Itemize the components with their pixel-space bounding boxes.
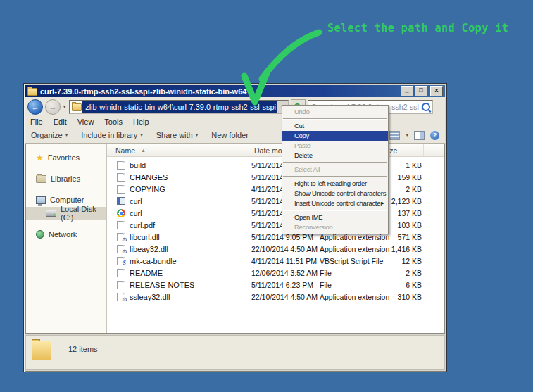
file-row[interactable]: CHANGES5/11/2014159 KB <box>107 171 444 183</box>
file-name: ssleay32.dll <box>130 293 170 301</box>
file-type: Application extension <box>320 245 380 253</box>
column-header-blank <box>424 144 444 156</box>
window-title: curl-7.39.0-rtmp-ssh2-ssl-sspi-zlib-wini… <box>40 87 398 96</box>
menu-help[interactable]: Help <box>133 118 149 126</box>
toolbar-button-label: Share with <box>156 131 193 139</box>
navigation-pane: ★FavoritesLibrariesComputerLocal Disk (C… <box>26 144 107 333</box>
address-field[interactable]: -zlib-winidn-static-bin-w64\curl-7.39.0-… <box>69 100 289 114</box>
sidebar-item-label: Favorites <box>48 153 80 162</box>
file-size: 12 KB <box>380 257 424 265</box>
context-menu: UndoCutCopyPasteDeleteSelect AllRight to… <box>282 105 389 234</box>
file-row[interactable]: curl5/11/2014137 KB <box>107 207 444 219</box>
column-header-name[interactable]: Name▲ <box>107 144 251 156</box>
toolbar-share-with-button[interactable]: Share with▾ <box>156 131 199 139</box>
context-menu-item-undo: Undo <box>282 107 388 117</box>
libraries-icon <box>36 175 46 183</box>
context-menu-item-delete[interactable]: Delete <box>282 151 388 160</box>
file-size: 2 KB <box>380 269 424 277</box>
address-path-selected[interactable]: -zlib-winidn-static-bin-w64\curl-7.39.0-… <box>82 101 277 113</box>
context-menu-item-insert-unicode-control-character[interactable]: Insert Unicode control character► <box>282 198 388 208</box>
history-chevron-icon[interactable]: ▾ <box>63 104 66 110</box>
context-menu-item-paste: Paste <box>282 141 388 151</box>
file-name: COPYING <box>130 185 165 194</box>
file-type: File <box>320 269 380 277</box>
file-name-cell: README <box>107 269 251 277</box>
disk-icon <box>46 210 56 217</box>
sidebar-item-favorites[interactable]: ★Favorites <box>26 151 106 164</box>
file-row[interactable]: COPYING4/11/20142 KB <box>107 183 444 195</box>
desktop: Select the path and Copy it curl-7.39.0-… <box>0 0 533 392</box>
column-header-label: Name <box>115 146 135 155</box>
file-icon <box>117 185 125 194</box>
sidebar-item-local-disk-c[interactable]: Local Disk (C:) <box>26 207 106 220</box>
file-row[interactable]: build5/11/20141 KB <box>107 159 444 171</box>
context-menu-item-reconversion: Reconversion <box>282 222 388 232</box>
toolbar-organize-button[interactable]: Organize▾ <box>31 131 68 139</box>
sort-asc-icon: ▲ <box>141 148 146 153</box>
file-row[interactable]: RELEASE-NOTES5/11/2014 6:23 PMFile6 KB <box>107 279 444 291</box>
file-name-cell: build <box>107 161 251 170</box>
chevron-down-icon: ▾ <box>65 132 68 138</box>
sidebar-item-label: Network <box>49 230 77 239</box>
views-chevron-icon[interactable]: ▾ <box>406 132 408 138</box>
menu-tools[interactable]: Tools <box>104 118 123 126</box>
minimize-button[interactable]: _ <box>401 86 413 96</box>
context-menu-item-show-unicode-control-characters[interactable]: Show Unicode control characters <box>282 189 388 198</box>
context-menu-item-open-ime[interactable]: Open IME <box>282 213 388 222</box>
menu-separator <box>283 210 387 211</box>
menu-view[interactable]: View <box>77 118 94 126</box>
toolbar-include-in-library-button[interactable]: Include in library▾ <box>81 131 143 139</box>
file-row[interactable]: curl.pdf5/11/2014103 KB <box>107 219 444 231</box>
context-menu-item-right-to-left-reading-order[interactable]: Right to left Reading order <box>282 179 388 189</box>
file-row[interactable]: ssleay32.dll22/10/2014 4:50 AMApplicatio… <box>107 291 444 303</box>
file-icon <box>117 269 125 277</box>
close-button[interactable]: x <box>430 86 443 96</box>
file-name: curl.pdf <box>130 221 155 229</box>
dll-icon <box>117 233 125 241</box>
folder-icon <box>27 88 37 96</box>
star-icon: ★ <box>36 153 44 162</box>
file-name: RELEASE-NOTES <box>130 281 194 289</box>
back-button[interactable]: ← <box>27 99 43 115</box>
menu-file[interactable]: File <box>30 118 43 126</box>
sidebar-item-label: Local Disk (C:) <box>61 205 106 222</box>
file-icon <box>117 161 125 170</box>
folder-icon <box>72 103 82 111</box>
file-row[interactable]: libeay32.dll22/10/2014 4:50 AMApplicatio… <box>107 243 444 255</box>
views-icon[interactable] <box>389 131 400 140</box>
file-row[interactable]: curl5/11/20142,123 KB <box>107 195 444 207</box>
toolbar-button-label: New folder <box>211 131 249 139</box>
file-icon <box>117 221 125 229</box>
file-type: Application extension <box>320 293 380 301</box>
preview-pane-icon[interactable] <box>414 131 425 140</box>
search-icon[interactable] <box>422 103 430 111</box>
file-row[interactable]: README12/06/2014 3:52 AMFile2 KB <box>107 267 444 279</box>
forward-button[interactable]: → <box>45 99 61 115</box>
file-row[interactable]: mk-ca-bundle4/11/2014 11:51 PMVBScript S… <box>107 255 444 267</box>
menu-edit[interactable]: Edit <box>54 118 67 126</box>
menu-separator <box>283 118 387 120</box>
file-size: 6 KB <box>380 281 424 289</box>
file-row[interactable]: libcurl.dll5/11/2014 9:05 PMApplication … <box>107 231 444 243</box>
menu-separator <box>283 162 387 163</box>
context-menu-item-copy[interactable]: Copy <box>282 131 388 141</box>
file-name-cell: curl.pdf <box>107 221 251 229</box>
file-name-cell: libcurl.dll <box>107 233 251 241</box>
help-icon[interactable]: ? <box>430 131 439 140</box>
dll-icon <box>117 293 125 301</box>
folder-icon <box>32 341 51 360</box>
context-menu-item-cut[interactable]: Cut <box>282 121 388 131</box>
file-name-cell: CHANGES <box>107 173 251 182</box>
toolbar-new-folder-button[interactable]: New folder <box>211 131 249 139</box>
chevron-down-icon: ▾ <box>140 132 143 138</box>
toolbar-button-label: Include in library <box>81 131 137 139</box>
column-headers: Name▲Date modifiedTypeSize <box>107 144 444 157</box>
file-name: curl <box>130 209 142 217</box>
file-date: 12/06/2014 3:52 AM <box>251 269 320 277</box>
vbscript-icon <box>117 257 125 265</box>
sidebar-item-libraries[interactable]: Libraries <box>26 172 106 185</box>
sidebar-item-network[interactable]: Network <box>26 228 106 241</box>
maximize-button[interactable]: □ <box>415 86 427 96</box>
file-date: 22/10/2014 4:50 AM <box>251 293 320 301</box>
file-name-cell: mk-ca-bundle <box>107 257 251 265</box>
